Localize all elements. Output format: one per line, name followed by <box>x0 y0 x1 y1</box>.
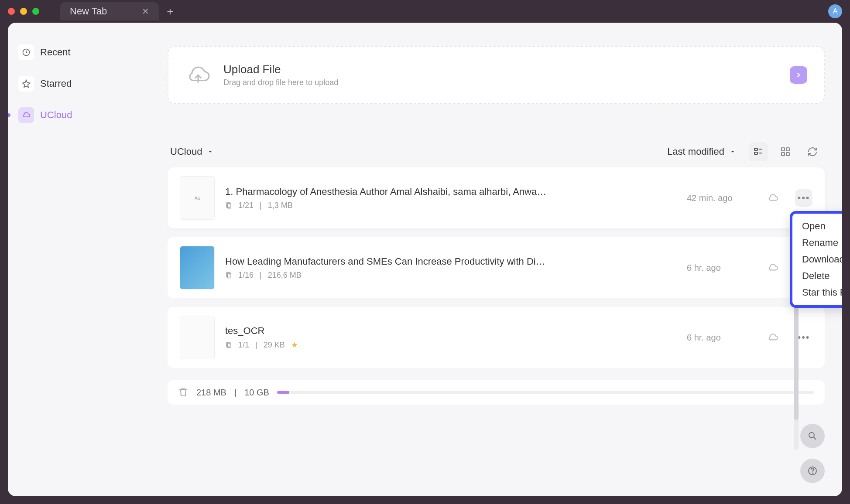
floating-buttons <box>800 424 825 483</box>
trash-icon[interactable] <box>178 387 189 398</box>
ctx-star[interactable]: Star this File <box>792 284 842 301</box>
more-options-button[interactable]: ••• <box>795 189 812 207</box>
grid-view-button[interactable] <box>776 142 795 161</box>
ctx-rename[interactable]: Rename <box>792 235 842 251</box>
main-content: Upload File Drag and drop file here to u… <box>120 23 842 496</box>
chevron-down-icon <box>207 149 213 155</box>
sort-dropdown[interactable]: Last modified <box>667 146 736 157</box>
svg-rect-8 <box>786 153 789 156</box>
maximize-window-button[interactable] <box>32 8 39 15</box>
context-menu: Open Rename Download Delete Star this Fi… <box>790 211 842 308</box>
upload-cloud-icon <box>185 62 211 88</box>
cloud-sync-icon <box>767 332 785 343</box>
location-dropdown[interactable]: UCloud <box>170 146 213 157</box>
upload-text: Upload File Drag and drop file here to u… <box>223 63 338 87</box>
close-window-button[interactable] <box>8 8 15 15</box>
file-meta: 1/21 | 1,3 MB <box>225 201 676 210</box>
pages-icon <box>225 202 232 209</box>
storage-fill <box>277 391 289 394</box>
storage-total: 10 GB <box>244 388 269 398</box>
file-time: 42 min. ago <box>687 193 757 203</box>
svg-line-16 <box>814 437 816 439</box>
file-row[interactable]: Aa 1. Pharmacology of Anesthesia Author … <box>168 167 825 228</box>
pages-icon <box>225 341 232 348</box>
storage-used: 218 MB <box>196 388 226 398</box>
file-name: 1. Pharmacology of Anesthesia Author Ama… <box>225 186 583 198</box>
sidebar-item-label: Starred <box>40 78 72 89</box>
cloud-sync-icon <box>767 192 785 204</box>
upload-button[interactable] <box>790 66 807 84</box>
file-name: How Leading Manufacturers and SMEs Can I… <box>225 256 583 267</box>
svg-point-18 <box>812 473 813 473</box>
chevron-down-icon <box>730 149 736 155</box>
titlebar: New Tab ✕ + A <box>0 0 850 23</box>
help-button[interactable] <box>800 459 825 483</box>
sidebar-item-recent[interactable]: Recent <box>15 42 113 63</box>
sidebar-item-starred[interactable]: Starred <box>15 73 113 94</box>
new-tab-button[interactable]: + <box>167 5 173 18</box>
storage-bar: 218 MB | 10 GB <box>168 380 825 405</box>
svg-rect-6 <box>786 148 789 151</box>
search-button[interactable] <box>800 424 825 448</box>
svg-rect-5 <box>781 148 785 151</box>
app-window: Recent Starred UCloud Upload File Drag a… <box>8 23 842 496</box>
file-meta: 1/1 | 29 KB ★ <box>225 340 676 350</box>
sidebar-item-label: UCloud <box>40 109 72 121</box>
sidebar-item-label: Recent <box>40 47 71 58</box>
file-info: tes_OCR 1/1 | 29 KB ★ <box>225 325 676 350</box>
ctx-download[interactable]: Download <box>792 251 842 268</box>
file-toolbar: UCloud Last modified <box>168 142 825 167</box>
ctx-delete[interactable]: Delete <box>792 268 842 284</box>
ctx-open[interactable]: Open <box>792 218 842 235</box>
tab-title: New Tab <box>70 6 107 17</box>
minimize-window-button[interactable] <box>20 8 27 15</box>
svg-rect-2 <box>754 152 757 154</box>
upload-subtitle: Drag and drop file here to upload <box>223 78 338 87</box>
svg-rect-7 <box>781 153 785 156</box>
view-switcher <box>749 142 822 161</box>
close-tab-icon[interactable]: ✕ <box>142 6 149 17</box>
file-thumbnail <box>180 246 215 289</box>
file-info: How Leading Manufacturers and SMEs Can I… <box>225 256 676 280</box>
upload-dropzone[interactable]: Upload File Drag and drop file here to u… <box>168 46 825 104</box>
svg-point-15 <box>809 432 814 438</box>
clock-icon <box>18 44 34 60</box>
file-list: Aa 1. Pharmacology of Anesthesia Author … <box>168 167 825 368</box>
file-name: tes_OCR <box>225 325 583 337</box>
file-time: 6 hr. ago <box>687 263 757 273</box>
file-meta: 1/16 | 216,6 MB <box>225 271 676 280</box>
file-row[interactable]: How Leading Manufacturers and SMEs Can I… <box>168 237 825 298</box>
sidebar: Recent Starred UCloud <box>8 23 120 496</box>
file-thumbnail <box>180 316 215 359</box>
star-icon: ★ <box>291 340 298 350</box>
cloud-icon <box>18 107 34 123</box>
browser-tab[interactable]: New Tab ✕ <box>60 2 159 20</box>
cloud-sync-icon <box>767 262 785 273</box>
upload-title: Upload File <box>223 63 338 76</box>
window-controls <box>8 8 39 15</box>
svg-rect-1 <box>754 148 757 150</box>
avatar[interactable]: A <box>828 4 842 18</box>
file-row[interactable]: tes_OCR 1/1 | 29 KB ★ 6 hr. ago ••• <box>168 307 825 368</box>
file-thumbnail: Aa <box>180 176 215 220</box>
active-indicator <box>8 113 10 117</box>
sidebar-item-ucloud[interactable]: UCloud <box>15 105 113 126</box>
file-time: 6 hr. ago <box>687 333 757 343</box>
star-icon <box>18 76 34 92</box>
list-view-button[interactable] <box>749 142 768 161</box>
file-info: 1. Pharmacology of Anesthesia Author Ama… <box>225 186 676 210</box>
storage-progress <box>277 391 814 394</box>
pages-icon <box>225 272 232 279</box>
refresh-button[interactable] <box>803 142 822 161</box>
